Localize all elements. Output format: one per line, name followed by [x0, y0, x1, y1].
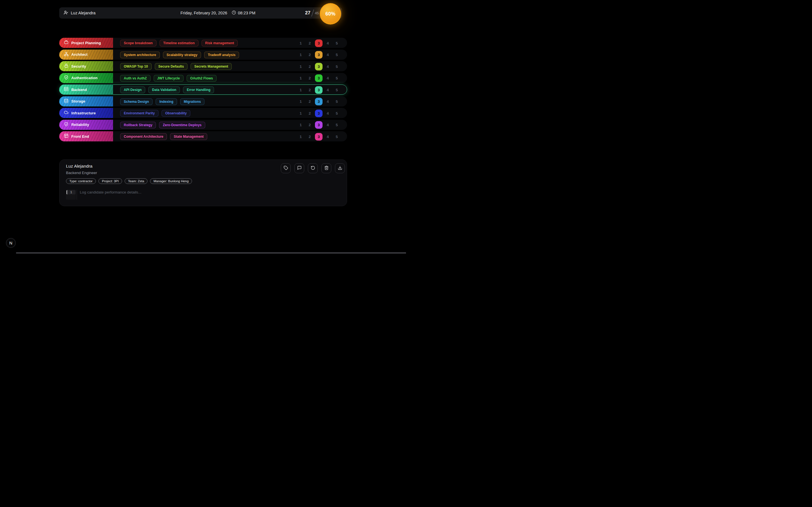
topic-chip-api-design[interactable]: API Design — [120, 87, 145, 93]
rating-option-4[interactable]: 4 — [324, 63, 332, 70]
topic-chip-error-handling[interactable]: Error Handling — [183, 87, 214, 93]
rating-option-3[interactable]: 3 — [315, 51, 322, 59]
rating-option-1[interactable]: 1 — [297, 40, 305, 47]
rating-option-1[interactable]: 1 — [297, 110, 305, 117]
topic-chip-secure-defaults[interactable]: Secure Defaults — [155, 63, 188, 70]
rating-option-4[interactable]: 4 — [324, 51, 332, 59]
topic-chip-data-validation[interactable]: Data Validation — [148, 87, 180, 93]
download-button[interactable] — [335, 163, 345, 173]
rating-option-5[interactable]: 5 — [333, 121, 341, 129]
rating-option-2[interactable]: 2 — [306, 121, 313, 129]
rating-option-5[interactable]: 5 — [333, 86, 341, 94]
time-label: 08:23 PM — [238, 11, 255, 15]
rating-option-5[interactable]: 5 — [333, 110, 341, 117]
rating-option-4[interactable]: 4 — [324, 121, 332, 129]
rating-scale: 12345 — [296, 50, 341, 60]
topic-chip-environment-parity[interactable]: Environment Parity — [120, 110, 158, 117]
category-name: Security — [71, 64, 86, 68]
rating-option-5[interactable]: 5 — [333, 74, 341, 82]
rating-option-5[interactable]: 5 — [333, 98, 341, 105]
comment-icon — [297, 166, 302, 171]
category-label-project-planning: Project Planning — [59, 38, 113, 48]
undo-icon — [311, 166, 315, 171]
category-label-front-end: Front End — [59, 131, 113, 142]
topic-chip-jwt-lifecycle[interactable]: JWT Lifecycle — [154, 75, 184, 82]
rating-option-3[interactable]: 3 — [315, 40, 322, 47]
rating-option-1[interactable]: 1 — [297, 86, 305, 94]
topic-chip-timeline-estimation[interactable]: Timeline estimation — [160, 40, 199, 47]
topic-chip-zero-downtime-deploys[interactable]: Zero-Downtime Deploys — [159, 122, 205, 128]
rating-option-5[interactable]: 5 — [333, 40, 341, 47]
rating-option-5[interactable]: 5 — [333, 63, 341, 70]
undo-button[interactable] — [308, 163, 318, 173]
category-row-authentication: AuthenticationAuth vs AuthZJWT Lifecycle… — [59, 73, 347, 83]
rating-option-1[interactable]: 1 — [297, 51, 305, 59]
topic-chip-system-architecture[interactable]: System architecture — [120, 52, 160, 58]
topic-chip-migrations[interactable]: Migrations — [180, 98, 205, 105]
rating-option-2[interactable]: 2 — [306, 110, 313, 117]
topic-chip-oauth2-flows[interactable]: OAuth2 Flows — [187, 75, 217, 82]
rating-option-4[interactable]: 4 — [324, 110, 332, 117]
rating-option-4[interactable]: 4 — [324, 86, 332, 94]
category-row-backend: BackendAPI DesignData ValidationError Ha… — [59, 84, 347, 95]
topic-chip-indexing[interactable]: Indexing — [156, 98, 177, 105]
rating-option-2[interactable]: 2 — [306, 74, 313, 82]
topic-chip-risk-management[interactable]: Risk management — [202, 40, 238, 47]
topic-chip-state-management[interactable]: State Management — [170, 133, 207, 140]
rating-option-3[interactable]: 3 — [315, 121, 322, 129]
n-logo[interactable]: N — [6, 238, 16, 248]
topic-chip-owasp-top-10[interactable]: OWASP Top 10 — [120, 63, 152, 70]
score-counter: 27 45 — [305, 7, 319, 18]
rating-board: Project PlanningScope breakdownTimeline … — [59, 38, 347, 142]
rating-option-1[interactable]: 1 — [297, 121, 305, 129]
topic-chip-scalability-strategy[interactable]: Scalability strategy — [163, 52, 201, 58]
rating-option-1[interactable]: 1 — [297, 74, 305, 82]
rating-option-1[interactable]: 1 — [297, 63, 305, 70]
category-label-infrastructure: Infrastructure — [59, 108, 113, 118]
rating-option-4[interactable]: 4 — [324, 133, 332, 140]
current-user: Luz Alejandra — [64, 7, 96, 18]
candidate-tag-type: Type: contractor — [66, 178, 96, 184]
rating-option-1[interactable]: 1 — [297, 98, 305, 105]
tag-button[interactable] — [281, 163, 291, 173]
category-label-authentication: Authentication — [59, 73, 113, 83]
rating-option-4[interactable]: 4 — [324, 98, 332, 105]
rating-option-2[interactable]: 2 — [306, 86, 313, 94]
rating-scale: 12345 — [296, 120, 341, 130]
trash-button[interactable] — [321, 163, 331, 173]
rating-option-3[interactable]: 3 — [315, 74, 322, 82]
rating-option-2[interactable]: 2 — [306, 51, 313, 59]
rating-option-4[interactable]: 4 — [324, 40, 332, 47]
rating-option-3[interactable]: 3 — [315, 98, 322, 105]
comment-button[interactable] — [294, 163, 304, 173]
topic-chip-observability[interactable]: Observability — [161, 110, 190, 117]
rating-option-1[interactable]: 1 — [297, 133, 305, 140]
topic-chip-auth-vs-authz[interactable]: Auth vs AuthZ — [120, 75, 151, 82]
rating-option-2[interactable]: 2 — [306, 133, 313, 140]
editor-gutter: 1 — [66, 189, 76, 200]
rating-option-2[interactable]: 2 — [306, 63, 313, 70]
notes-editor[interactable]: 1 Log candidate performance details... — [66, 189, 141, 200]
topic-chips: Scope breakdownTimeline estimationRisk m… — [120, 38, 238, 48]
topic-chip-secrets-management[interactable]: Secrets Management — [191, 63, 232, 70]
rating-option-5[interactable]: 5 — [333, 51, 341, 59]
score-divider — [311, 9, 314, 16]
rating-option-4[interactable]: 4 — [324, 74, 332, 82]
rating-option-2[interactable]: 2 — [306, 40, 313, 47]
topic-chip-component-architecture[interactable]: Component Architecture — [120, 133, 167, 140]
topic-chip-rollback-strategy[interactable]: Rollback Strategy — [120, 122, 156, 128]
rating-option-3[interactable]: 3 — [315, 110, 322, 117]
top-bar: Luz Alejandra Friday, February 20, 2026 … — [59, 7, 342, 18]
rating-option-3[interactable]: 3 — [315, 133, 322, 140]
rating-option-2[interactable]: 2 — [306, 98, 313, 105]
category-row-reliability: ReliabilityRollback StrategyZero-Downtim… — [59, 120, 347, 130]
topic-chip-tradeoff-analysis[interactable]: Tradeoff analysis — [204, 52, 239, 58]
topic-chip-schema-design[interactable]: Schema Design — [120, 98, 153, 105]
user-name: Luz Alejandra — [71, 11, 96, 15]
category-label-security: Security — [59, 61, 113, 71]
server-icon — [64, 87, 68, 93]
rating-option-3[interactable]: 3 — [315, 86, 322, 94]
topic-chip-scope-breakdown[interactable]: Scope breakdown — [120, 40, 156, 47]
rating-option-3[interactable]: 3 — [315, 63, 322, 70]
rating-option-5[interactable]: 5 — [333, 133, 341, 140]
